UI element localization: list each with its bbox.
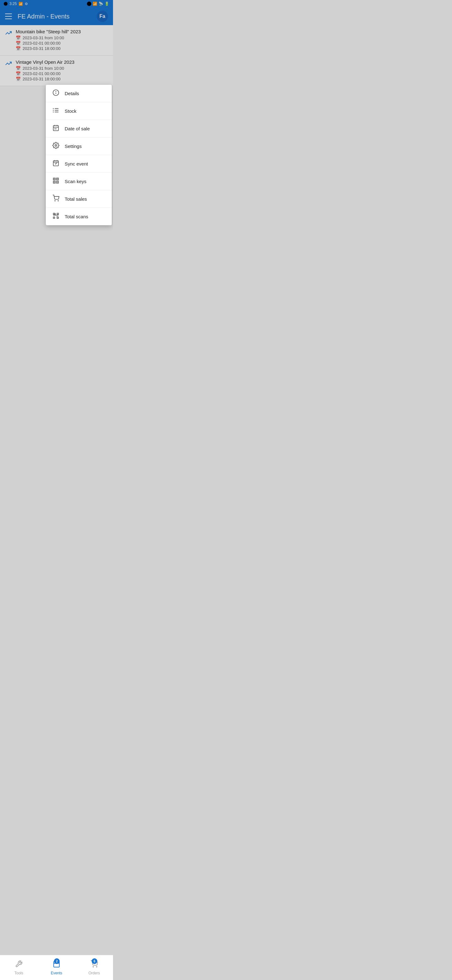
sync-icon	[52, 159, 60, 168]
info-icon	[52, 89, 60, 98]
calendar-icon	[52, 124, 60, 133]
menu-label-total-scans: Total scans	[65, 214, 105, 219]
svg-point-29	[58, 200, 59, 201]
scan-icon	[52, 177, 60, 186]
menu-label-stock: Stock	[65, 108, 105, 114]
menu-item-settings[interactable]: Settings	[46, 138, 112, 155]
svg-rect-9	[53, 126, 59, 131]
svg-rect-32	[53, 217, 55, 219]
menu-item-total-sales[interactable]: Total sales	[46, 190, 112, 208]
context-menu: Details Stock	[46, 85, 112, 225]
svg-point-25	[57, 179, 58, 180]
list-icon	[52, 107, 60, 115]
menu-label-settings: Settings	[65, 143, 105, 149]
main-content: Mountain bike "Steep hill" 2023 📅 2023-0…	[0, 25, 113, 86]
svg-point-24	[54, 179, 55, 180]
svg-rect-30	[53, 213, 55, 215]
menu-label-total-sales: Total sales	[65, 196, 105, 202]
svg-point-26	[57, 182, 58, 183]
menu-label-scan-keys: Scan keys	[65, 179, 105, 184]
settings-icon	[52, 142, 60, 150]
svg-rect-13	[54, 129, 55, 129]
svg-point-15	[55, 145, 57, 146]
svg-rect-14	[56, 129, 57, 129]
menu-item-sync-event[interactable]: Sync event	[46, 155, 112, 173]
menu-item-total-scans[interactable]: Total scans	[46, 208, 112, 225]
qr-icon	[52, 212, 60, 221]
menu-item-date-of-sale[interactable]: Date of sale	[46, 120, 112, 138]
svg-point-28	[55, 200, 55, 201]
svg-rect-16	[53, 161, 59, 166]
svg-rect-31	[57, 213, 59, 215]
menu-item-scan-keys[interactable]: Scan keys	[46, 173, 112, 190]
cart-icon	[52, 195, 60, 203]
menu-label-sync-event: Sync event	[65, 161, 105, 167]
menu-label-details: Details	[65, 91, 105, 96]
svg-point-27	[54, 182, 55, 183]
menu-item-details[interactable]: Details	[46, 85, 112, 102]
menu-label-date-of-sale: Date of sale	[65, 126, 105, 131]
menu-item-stock[interactable]: Stock	[46, 102, 112, 120]
